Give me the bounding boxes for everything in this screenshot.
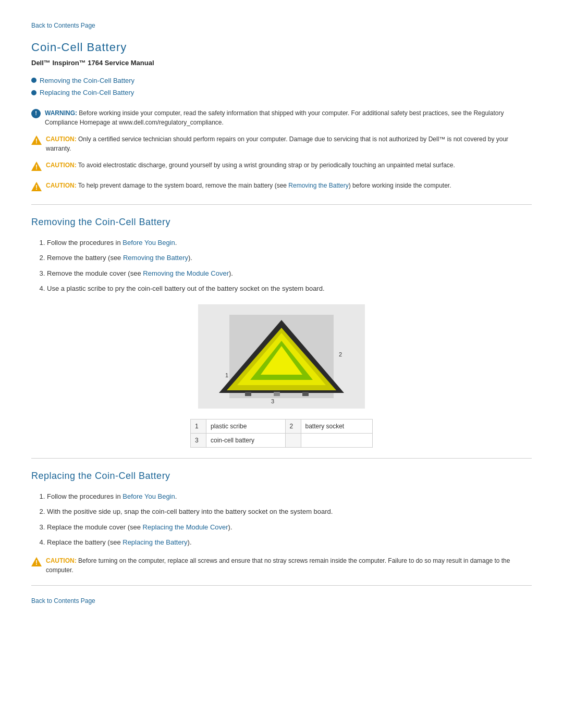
part-label-1: plastic scribe xyxy=(206,419,286,433)
part-num-2: 2 xyxy=(285,419,301,433)
removing-module-cover-link[interactable]: Removing the Module Cover xyxy=(143,269,229,277)
back-link-bottom[interactable]: Back to Contents Page xyxy=(31,596,532,606)
table-row-1: 1 plastic scribe 2 battery socket xyxy=(191,419,373,433)
table-row-2: 3 coin-cell battery xyxy=(191,433,373,447)
coin-cell-image-container: 1 2 3 xyxy=(31,304,532,409)
svg-text:!: ! xyxy=(35,164,38,171)
svg-text:1: 1 xyxy=(225,372,228,378)
svg-text:!: ! xyxy=(35,184,38,191)
toc-link-removing[interactable]: Removing the Coin-Cell Battery xyxy=(40,76,134,86)
part-num-3: 3 xyxy=(191,433,206,447)
notice-warning-1: ! WARNING: Before working inside your co… xyxy=(31,108,532,127)
caution-icon-2: ! xyxy=(31,162,42,171)
replacing-step-4: Replace the battery (see Replacing the B… xyxy=(47,537,532,548)
notice-caution-1-text: CAUTION: Only a certified service techni… xyxy=(46,134,532,153)
caution-icon-final: ! xyxy=(31,557,42,566)
svg-text:!: ! xyxy=(35,559,38,566)
before-you-begin-link-1[interactable]: Before You Begin xyxy=(123,239,175,246)
notice-caution-3-text: CAUTION: To help prevent damage to the s… xyxy=(46,181,451,190)
parts-table: 1 plastic scribe 2 battery socket 3 coin… xyxy=(190,419,373,448)
notice-caution-3: ! CAUTION: To help prevent damage to the… xyxy=(31,181,532,194)
toc-item-removing: Removing the Coin-Cell Battery xyxy=(31,76,532,86)
removing-step-4: Use a plastic scribe to pry the coin-cel… xyxy=(47,283,532,294)
toc-link-replacing[interactable]: Replacing the Coin-Cell Battery xyxy=(40,88,134,98)
page-subtitle: Dell™ Inspiron™ 1764 Service Manual xyxy=(31,58,532,68)
toc-bullet-removing xyxy=(31,78,36,83)
divider-3 xyxy=(31,585,532,586)
removing-battery-link-notice[interactable]: Removing the Battery xyxy=(288,182,348,189)
divider-1 xyxy=(31,204,532,205)
notice-caution-1: ! CAUTION: Only a certified service tech… xyxy=(31,134,532,153)
part-label-2: battery socket xyxy=(301,419,373,433)
divider-2 xyxy=(31,458,532,459)
notice-caution-2-text: CAUTION: To avoid electrostatic discharg… xyxy=(46,161,455,170)
part-label-4 xyxy=(301,433,373,447)
svg-rect-14 xyxy=(274,392,280,396)
replacing-steps: Follow the procedures in Before You Begi… xyxy=(31,491,532,548)
notice-caution-final: ! CAUTION: Before turning on the compute… xyxy=(31,556,532,575)
before-you-begin-link-2[interactable]: Before You Begin xyxy=(123,492,175,500)
removing-step-1: Follow the procedures in Before You Begi… xyxy=(47,238,532,248)
svg-text:!: ! xyxy=(35,138,38,145)
warning-icon-1: ! xyxy=(31,109,41,118)
replacing-step-2: With the positive side up, snap the coin… xyxy=(47,507,532,517)
caution-icon-1: ! xyxy=(31,135,42,145)
svg-rect-13 xyxy=(245,392,251,396)
part-num-1: 1 xyxy=(191,419,206,433)
page-title: Coin-Cell Battery xyxy=(31,39,532,56)
replacing-battery-link[interactable]: Replacing the Battery xyxy=(123,538,187,546)
removing-battery-link-1[interactable]: Removing the Battery xyxy=(123,254,188,262)
toc-list: Removing the Coin-Cell Battery Replacing… xyxy=(31,76,532,98)
notice-caution-final-text: CAUTION: Before turning on the computer,… xyxy=(46,556,532,575)
removing-steps: Follow the procedures in Before You Begi… xyxy=(31,238,532,294)
notice-caution-2: ! CAUTION: To avoid electrostatic discha… xyxy=(31,161,532,174)
notice-warning-1-text: WARNING: Before working inside your comp… xyxy=(45,108,532,127)
toc-item-replacing: Replacing the Coin-Cell Battery xyxy=(31,88,532,98)
back-link-top[interactable]: Back to Contents Page xyxy=(31,21,532,30)
replacing-step-1: Follow the procedures in Before You Begi… xyxy=(47,491,532,502)
caution-icon-3: ! xyxy=(31,182,42,191)
part-label-3: coin-cell battery xyxy=(206,433,286,447)
removing-step-3: Remove the module cover (see Removing th… xyxy=(47,268,532,279)
removing-section-title: Removing the Coin-Cell Battery xyxy=(31,215,532,229)
svg-text:3: 3 xyxy=(271,398,274,404)
svg-text:2: 2 xyxy=(339,351,342,357)
removing-step-2: Remove the battery (see Removing the Bat… xyxy=(47,253,532,263)
replacing-section-title: Replacing the Coin-Cell Battery xyxy=(31,469,532,483)
replacing-step-3: Replace the module cover (see Replacing … xyxy=(47,522,532,533)
coin-cell-diagram: 1 2 3 xyxy=(198,304,365,409)
replacing-module-cover-link[interactable]: Replacing the Module Cover xyxy=(143,523,228,531)
part-num-4 xyxy=(285,433,301,447)
svg-rect-15 xyxy=(302,392,309,396)
toc-bullet-replacing xyxy=(31,90,36,95)
